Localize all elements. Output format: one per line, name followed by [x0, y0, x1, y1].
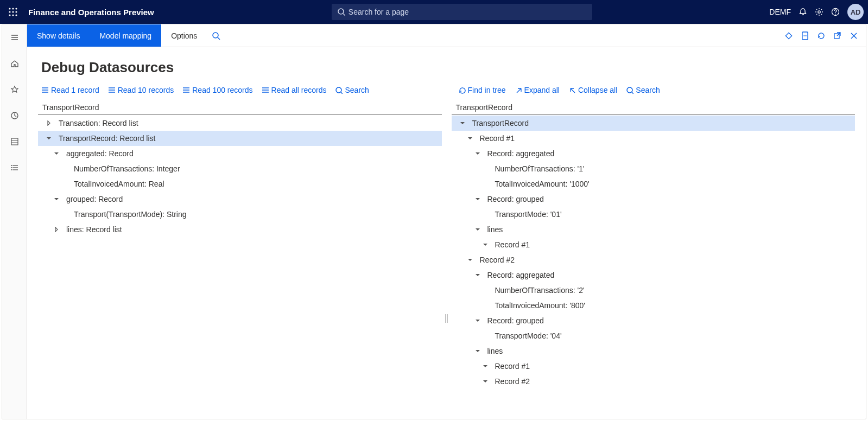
tree-node[interactable]: aggregated: Record [38, 146, 442, 161]
right-tree[interactable]: TransportRecordRecord #1Record: aggregat… [452, 116, 856, 419]
tree-node[interactable]: Record: grouped [452, 313, 856, 328]
nav-workspaces-icon[interactable] [5, 132, 24, 151]
tree-node[interactable]: Transport(TransportMode): String [38, 207, 442, 222]
company-code[interactable]: DEMF [769, 8, 791, 16]
tree-node[interactable]: TotalInvoicedAmount: '1000' [452, 176, 856, 192]
read-10-records-button[interactable]: Read 10 records [108, 86, 174, 94]
tree-node[interactable]: TransportMode: '01' [452, 207, 856, 222]
caret-closed-icon[interactable] [45, 119, 53, 127]
caret-open-icon[interactable] [52, 195, 61, 203]
caret-open-icon[interactable] [45, 134, 53, 143]
action-search-icon[interactable] [207, 24, 225, 47]
caret-open-icon[interactable] [473, 316, 482, 325]
tree-node-label: lines: Record list [66, 225, 122, 234]
tree-node[interactable]: TotalInvoicedAmount: '800' [452, 298, 856, 313]
tree-node-label: TransportMode: '04' [495, 331, 562, 340]
tree-node[interactable]: lines [452, 222, 856, 237]
tree-node[interactable]: Record #2 [452, 374, 856, 389]
tree-node-label: Transaction: Record list [59, 119, 138, 127]
app-launcher-icon[interactable] [4, 3, 22, 21]
caret-open-icon[interactable] [481, 377, 490, 386]
caret-open-icon[interactable] [466, 134, 474, 143]
caret-open-icon[interactable] [466, 256, 474, 264]
tree-node[interactable]: TotalInvoicedAmount: Real [38, 176, 442, 192]
collapse-all-button[interactable]: Collapse all [568, 86, 617, 94]
show-details-button[interactable]: Show details [27, 24, 90, 47]
tree-node[interactable]: NumberOfTransactions: '2' [452, 283, 856, 298]
nav-home-icon[interactable] [5, 54, 24, 73]
tree-node[interactable]: Record #1 [452, 237, 856, 252]
caret-open-icon[interactable] [473, 271, 482, 279]
global-search-input[interactable] [349, 8, 587, 16]
caret-open-icon[interactable] [481, 240, 490, 249]
nav-modules-icon[interactable] [5, 158, 24, 177]
tree-node[interactable]: Record: aggregated [452, 146, 856, 161]
action-bar: Show details Model mapping Options [27, 24, 866, 47]
caret-closed-icon[interactable] [52, 225, 61, 234]
tree-node[interactable]: NumberOfTransactions: '1' [452, 161, 856, 176]
caret-open-icon[interactable] [458, 119, 467, 127]
settings-icon[interactable] [815, 8, 823, 16]
global-search[interactable] [332, 4, 592, 20]
tree-node[interactable]: TransportMode: '04' [452, 328, 856, 343]
tree-node[interactable]: NumberOfTransactions: Integer [38, 161, 442, 176]
tree-node-label: Record #1 [495, 240, 530, 249]
right-search-button[interactable]: Search [626, 86, 660, 94]
tree-node-label: TotalInvoicedAmount: Real [74, 180, 164, 188]
caret-open-icon[interactable] [473, 149, 482, 158]
options-button[interactable]: Options [161, 24, 207, 47]
model-mapping-button[interactable]: Model mapping [90, 24, 161, 47]
tree-node[interactable]: lines [452, 343, 856, 359]
tree-node[interactable]: Record #1 [452, 131, 856, 146]
caret-open-icon[interactable] [481, 362, 490, 371]
tree-node[interactable]: Transaction: Record list [38, 116, 442, 131]
tree-node[interactable]: TransportRecord [452, 116, 856, 131]
right-panel-toolbar: Find in tree Expand all Collapse all Sea… [455, 84, 856, 97]
tree-node-label: lines [487, 347, 503, 355]
tree-node-label: NumberOfTransactions: '1' [495, 164, 585, 173]
caret-open-icon[interactable] [473, 195, 482, 203]
tree-node[interactable]: Record: aggregated [452, 267, 856, 283]
nav-recent-icon[interactable] [5, 106, 24, 125]
read-all-records-button[interactable]: Read all records [262, 86, 327, 94]
user-avatar[interactable]: AD [847, 4, 864, 20]
tree-node-label: Transport(TransportMode): String [74, 210, 186, 219]
tree-node-label: TransportRecord [472, 119, 529, 127]
tree-node-label: TotalInvoicedAmount: '800' [495, 301, 585, 310]
caret-open-icon[interactable] [473, 347, 482, 355]
tree-node[interactable]: Record #1 [452, 359, 856, 374]
help-icon[interactable] [831, 8, 840, 16]
notifications-icon[interactable] [799, 8, 807, 16]
right-panel-header: TransportRecord [452, 99, 856, 114]
panel-splitter[interactable] [442, 218, 452, 419]
tree-node[interactable]: lines: Record list [38, 222, 442, 237]
tree-node-label: TransportMode: '01' [495, 210, 562, 219]
page-icon[interactable] [801, 31, 809, 40]
tree-node[interactable]: grouped: Record [38, 192, 442, 207]
read-100-records-button[interactable]: Read 100 records [182, 86, 252, 94]
tree-node[interactable]: TransportRecord: Record list [38, 131, 442, 146]
expand-all-button[interactable]: Expand all [515, 86, 560, 94]
read-1-record-button[interactable]: Read 1 record [41, 86, 99, 94]
tree-node-label: grouped: Record [66, 195, 123, 203]
left-panel-header: TransportRecord [38, 99, 442, 114]
tree-node-label: Record: grouped [487, 195, 544, 203]
left-tree[interactable]: Transaction: Record listTransportRecord:… [38, 116, 442, 419]
popout-icon[interactable] [833, 31, 842, 40]
tree-node[interactable]: Record: grouped [452, 192, 856, 207]
nav-hamburger-icon[interactable] [5, 28, 24, 47]
refresh-icon[interactable] [817, 31, 826, 40]
caret-open-icon[interactable] [473, 225, 482, 234]
attach-diamond-icon[interactable] [784, 31, 793, 40]
tree-node-label: Record: grouped [487, 316, 544, 325]
tree-node-label: Record #1 [495, 362, 530, 371]
caret-open-icon[interactable] [52, 149, 61, 158]
nav-favorites-icon[interactable] [5, 80, 24, 99]
left-search-button[interactable]: Search [335, 86, 369, 94]
close-icon[interactable] [850, 31, 858, 40]
tree-node[interactable]: Record #2 [452, 252, 856, 267]
tree-node-label: aggregated: Record [66, 149, 134, 158]
tree-node-label: Record #1 [480, 134, 515, 143]
find-in-tree-button[interactable]: Find in tree [458, 86, 506, 94]
tree-node-label: lines [487, 225, 503, 234]
